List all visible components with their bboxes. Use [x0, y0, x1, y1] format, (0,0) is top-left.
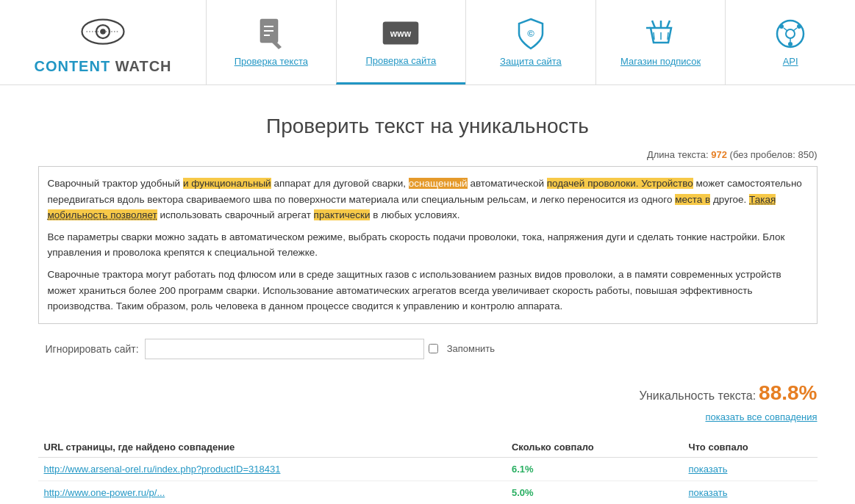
svg-text:www: www — [390, 29, 412, 39]
text-length-value: 972 — [711, 149, 727, 160]
text-area-box: Сварочный трактор удобный и функциональн… — [38, 166, 818, 324]
logo-icon — [81, 10, 125, 54]
highlight-1: и функциональный — [183, 178, 271, 189]
url-link[interactable]: http://www.one-power.ru/p/... — [44, 487, 165, 498]
text-length-label: Длина текста: — [647, 149, 709, 160]
table-cell-percent: 6.1% — [506, 457, 683, 480]
main-nav: Проверка текста www Проверка сайта © Защ… — [206, 0, 855, 84]
text-no-spaces-value: 850) — [798, 149, 817, 160]
svg-line-14 — [668, 32, 668, 40]
nav-item-text-check[interactable]: Проверка текста — [206, 0, 336, 84]
ignore-site-input[interactable] — [145, 339, 424, 359]
uniqueness-value: 88.8% — [759, 381, 817, 404]
nav-label-api: API — [783, 56, 798, 67]
show-link[interactable]: показать — [689, 464, 728, 475]
nav-label-site-check: Проверка сайта — [365, 55, 436, 66]
svg-line-12 — [654, 32, 654, 40]
logo-area: CONTENT WATCH — [0, 0, 206, 84]
uniqueness-label: Уникальность текста: — [640, 389, 756, 402]
highlight-2: оснащенный — [409, 178, 468, 189]
logo-watch: WATCH — [110, 58, 171, 74]
url-link[interactable]: http://www.arsenal-orel.ru/index.php?pro… — [44, 464, 281, 475]
logo-content: CONTENT — [34, 58, 110, 74]
page-title: Проверить текст на уникальность — [38, 115, 818, 138]
nav-label-site-protect: Защита сайта — [500, 56, 562, 67]
col-url: URL страницы, где найдено совпадение — [38, 437, 506, 458]
col-percent: Сколько совпало — [506, 437, 683, 458]
highlight-6: практически — [314, 209, 371, 220]
table-row: http://www.one-power.ru/p/...5.0%показат… — [38, 480, 818, 504]
logo-text: CONTENT WATCH — [34, 58, 171, 75]
highlight-5: Такая мобильность позволяет — [48, 194, 776, 221]
table-row: http://www.arsenal-orel.ru/index.php?pro… — [38, 457, 818, 480]
highlight-3: подачей проволоки. Устройство — [547, 178, 693, 189]
nav-item-api[interactable]: API — [725, 0, 855, 84]
main-content: Проверить текст на уникальность Длина те… — [24, 85, 832, 504]
paragraph-3: Сварочные трактора могут работать под фл… — [48, 267, 808, 314]
svg-point-19 — [788, 42, 793, 46]
paragraph-2: Все параметры сварки можно задать в авто… — [48, 229, 808, 261]
text-length-info: Длина текста: 972 (без пробелов: 850) — [38, 149, 818, 160]
table-header-row: URL страницы, где найдено совпадение Ско… — [38, 437, 818, 458]
header: CONTENT WATCH Проверка текста www Провер… — [0, 0, 855, 85]
svg-point-17 — [779, 24, 784, 29]
uniqueness-result: Уникальность текста: 88.8% — [38, 381, 818, 405]
svg-line-21 — [793, 28, 797, 31]
show-all-link: показать все совпадения — [38, 411, 818, 422]
results-table: URL страницы, где найдено совпадение Ско… — [38, 437, 818, 504]
ignore-site-label: Игнорировать сайт: — [46, 343, 139, 355]
show-link[interactable]: показать — [689, 487, 728, 498]
remember-checkbox[interactable] — [429, 344, 438, 353]
shield-icon: © — [516, 18, 545, 50]
svg-text:©: © — [527, 28, 534, 39]
svg-line-20 — [784, 28, 787, 31]
table-cell-url: http://www.arsenal-orel.ru/index.php?pro… — [38, 457, 506, 480]
highlight-4: места в — [675, 194, 710, 205]
basket-icon — [645, 18, 677, 50]
table-cell-action: показать — [683, 457, 818, 480]
table-cell-url: http://www.one-power.ru/p/... — [38, 480, 506, 504]
table-cell-action: показать — [683, 480, 818, 504]
ignore-site-row: Игнорировать сайт: Запомнить — [38, 339, 818, 359]
nav-item-site-check[interactable]: www Проверка сайта — [336, 0, 466, 84]
www-icon: www — [382, 17, 420, 49]
table-cell-percent: 5.0% — [506, 480, 683, 504]
show-all-anchor[interactable]: показать все совпадения — [705, 411, 817, 422]
nav-item-site-protect[interactable]: © Защита сайта — [465, 0, 595, 84]
api-icon — [774, 18, 806, 50]
nav-item-shop[interactable]: Магазин подписок — [595, 0, 726, 84]
text-no-spaces-label: (без пробелов: — [730, 149, 795, 160]
nav-label-shop: Магазин подписок — [620, 56, 701, 67]
document-icon — [257, 18, 286, 50]
col-what: Что совпало — [683, 437, 818, 458]
svg-point-18 — [797, 24, 801, 29]
nav-label-text-check: Проверка текста — [235, 56, 308, 67]
remember-label: Запомнить — [447, 343, 495, 354]
